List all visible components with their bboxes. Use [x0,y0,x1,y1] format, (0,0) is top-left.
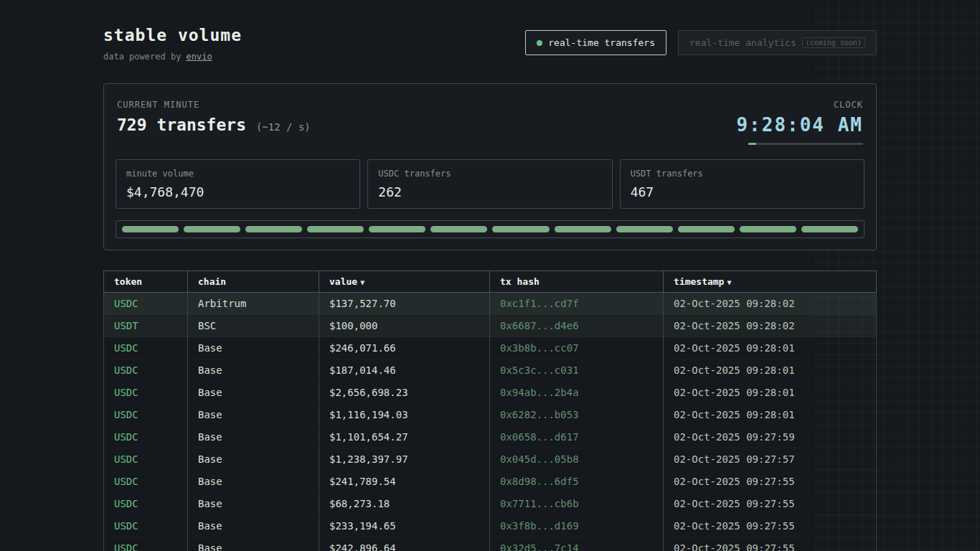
tx-hash-link[interactable]: 0x6687...d4e6 [490,315,664,337]
transfers-table-body: USDCArbitrum$137,527.700xc1f1...cd7f02-O… [104,293,877,551]
table-row: USDCBase$1,238,397.970x045d...05b802-Oct… [104,448,877,471]
tx-hash-link[interactable]: 0xc1f1...cd7f [490,293,664,315]
tx-hash-link[interactable]: 0x32d5...7c14 [490,537,664,551]
tx-hash-link[interactable]: 0x3f8b...d169 [490,515,664,537]
tab-realtime-transfers[interactable]: real-time transfers [525,30,666,55]
token-cell: USDC [104,448,188,471]
timestamp-cell: 02-Oct-2025 09:27:59 [664,426,877,448]
timestamp-cell: 02-Oct-2025 09:28:01 [664,382,877,404]
minute-segment [122,226,179,232]
value-cell: $1,238,397.97 [319,448,490,471]
stat-value: 262 [378,184,601,199]
chain-cell: Base [188,337,319,359]
minute-segment [307,226,364,232]
tx-hash-link[interactable]: 0x7711...cb6b [490,493,664,515]
timestamp-cell: 02-Oct-2025 09:28:02 [664,315,877,337]
value-cell: $68,273.18 [319,493,490,515]
view-tabs: real-time transfers real-time analytics … [525,30,877,55]
page-header: stable volume data powered by envio real… [103,26,877,62]
panel-top: CURRENT MINUTE 729 transfers (~12 / s) C… [116,95,864,145]
column-header-timestamp[interactable]: timestamp▼ [664,271,877,293]
tx-hash-link[interactable]: 0x3b8b...cc07 [490,337,664,359]
current-minute-label: CURRENT MINUTE [117,100,311,110]
value-cell: $242,896.64 [319,537,490,551]
stat-minute-volume: minute volume $4,768,470 [116,159,360,209]
chain-cell: Base [188,493,319,515]
stat-label: minute volume [126,169,349,179]
minute-segment [616,226,673,232]
stat-value: $4,768,470 [126,184,349,199]
stat-usdc-transfers: USDC transfers 262 [367,159,612,209]
minute-segment [245,226,302,232]
envio-link[interactable]: envio [187,52,212,62]
column-header-value[interactable]: value▼ [319,271,490,293]
chain-cell: Base [188,537,319,551]
stat-usdt-transfers: USDT transfers 467 [620,159,864,209]
token-cell: USDC [104,493,188,515]
tx-hash-link[interactable]: 0x8d98...6df5 [490,471,664,493]
token-cell: USDC [104,537,188,551]
value-cell: $2,656,698.23 [319,382,490,404]
current-minute-panel: CURRENT MINUTE 729 transfers (~12 / s) C… [103,83,877,250]
table-row: USDCBase$242,896.640x32d5...7c1402-Oct-2… [104,537,877,551]
value-cell: $1,116,194.03 [319,404,490,426]
timestamp-cell: 02-Oct-2025 09:28:01 [664,337,877,359]
title-block: stable volume data powered by envio [103,26,242,62]
token-cell: USDC [104,293,188,315]
clock-progress-fill [748,143,756,145]
table-row: USDCBase$233,194.650x3f8b...d16902-Oct-2… [104,515,877,537]
tx-hash-link[interactable]: 0x045d...05b8 [490,448,664,471]
value-cell: $137,527.70 [319,293,490,315]
value-cell: $233,194.65 [319,515,490,537]
value-cell: $187,014.46 [319,359,490,382]
tab-realtime-analytics[interactable]: real-time analytics (coming soon) [678,30,877,55]
value-cell: $241,789.54 [319,471,490,493]
coming-soon-badge: (coming soon) [802,37,865,48]
table-row: USDCArbitrum$137,527.700xc1f1...cd7f02-O… [104,293,877,315]
chain-cell: Base [188,426,319,448]
stat-label: USDC transfers [378,169,601,179]
chain-cell: Base [188,471,319,493]
token-cell: USDC [104,382,188,404]
chain-cell: Base [188,448,319,471]
stat-boxes: minute volume $4,768,470 USDC transfers … [116,159,864,209]
column-header-tx-hash[interactable]: tx hash [490,271,664,293]
value-cell: $100,000 [319,315,490,337]
page-container: stable volume data powered by envio real… [103,0,877,551]
clock-block: CLOCK 9:28:04 AM [736,100,863,145]
tx-hash-link[interactable]: 0x94ab...2b4a [490,382,664,404]
transfers-table-header: token chain value▼ tx hash timestamp▼ [104,271,877,293]
stat-label: USDT transfers [631,169,854,179]
transfers-line: 729 transfers (~12 / s) [117,116,311,134]
table-row: USDCBase$1,116,194.030x6282...b05302-Oct… [104,404,877,426]
token-cell: USDC [104,404,188,426]
tx-hash-link[interactable]: 0x5c3c...c031 [490,359,664,382]
minute-segment [740,226,796,232]
clock-label: CLOCK [736,100,863,110]
timestamp-cell: 02-Oct-2025 09:28:01 [664,359,877,382]
column-header-token[interactable]: token [104,271,188,293]
page-title: stable volume [103,26,242,44]
token-cell: USDC [104,337,188,359]
minute-segment [369,226,425,232]
table-row: USDCBase$241,789.540x8d98...6df502-Oct-2… [104,471,877,493]
chain-cell: BSC [188,315,319,337]
tx-hash-link[interactable]: 0x6282...b053 [490,404,664,426]
timestamp-cell: 02-Oct-2025 09:27:55 [664,515,877,537]
table-row: USDCBase$68,273.180x7711...cb6b02-Oct-20… [104,493,877,515]
token-cell: USDT [104,315,188,337]
sort-desc-icon: ▼ [727,278,731,286]
chain-cell: Base [188,382,319,404]
table-row: USDCBase$187,014.460x5c3c...c03102-Oct-2… [104,359,877,382]
sort-desc-icon: ▼ [360,278,364,286]
minute-segment [678,226,735,232]
column-header-chain[interactable]: chain [188,271,319,293]
tx-hash-link[interactable]: 0x0658...d617 [490,426,664,448]
clock-time: 9:28:04 AM [736,114,863,136]
chain-cell: Base [188,359,319,382]
token-cell: USDC [104,359,188,382]
transfers-block: CURRENT MINUTE 729 transfers (~12 / s) [117,100,311,134]
minute-segment [555,226,611,232]
transfer-rate: (~12 / s) [256,121,311,133]
stat-value: 467 [631,184,854,199]
